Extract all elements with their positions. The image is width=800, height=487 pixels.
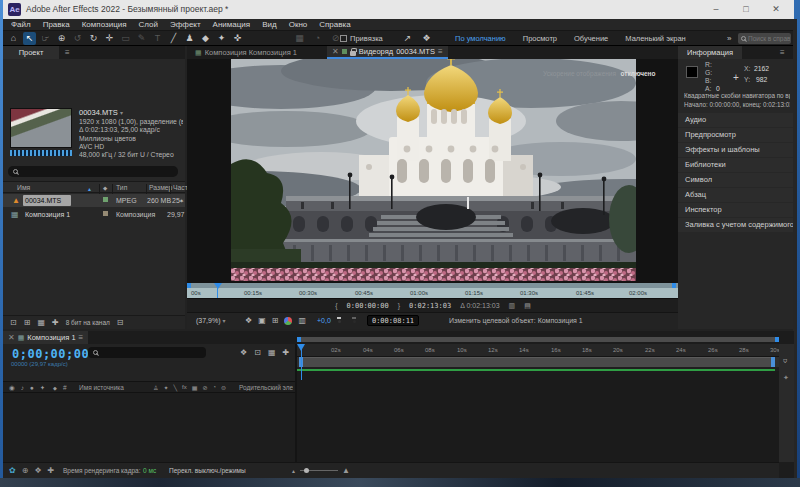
sort-ascending-icon[interactable]: ▲: [87, 186, 92, 192]
grid-toggle[interactable]: ↗: [401, 32, 414, 45]
tab-footage-viewer[interactable]: ✕ Видеоряд 00034.MTS ≡: [327, 46, 448, 59]
pan-behind-tool[interactable]: ✛: [103, 32, 116, 45]
tab-timeline-composition[interactable]: ✕ ▦ Композиция 1 ≡: [3, 331, 88, 344]
new-composition-icon[interactable]: ▦: [37, 318, 45, 327]
menu-file[interactable]: Файл: [11, 20, 31, 29]
adjustment-switch[interactable]: ◔: [212, 384, 216, 391]
column-size[interactable]: Размер: [149, 184, 172, 191]
workspace-overflow-button[interactable]: »: [727, 31, 731, 46]
tab-composition-viewer[interactable]: ▦ Композиция Композиция 1: [190, 46, 302, 59]
label-color-swatch[interactable]: [103, 211, 108, 216]
eraser-tool[interactable]: ◆: [199, 32, 212, 45]
draft-3d-button[interactable]: ⊡: [254, 348, 261, 357]
close-icon[interactable]: ✕: [8, 333, 15, 342]
zoom-slider-handle[interactable]: [304, 468, 309, 473]
table-row-composition[interactable]: ▦ Композиция 1 Композиция 29,97: [3, 208, 185, 221]
menu-window[interactable]: Окно: [289, 20, 308, 29]
hand-tool[interactable]: ☞: [39, 32, 52, 45]
maximize-button[interactable]: □: [731, 0, 761, 19]
close-button[interactable]: ✕: [761, 0, 791, 19]
menu-help[interactable]: Справка: [319, 20, 350, 29]
shy-switch[interactable]: ♙: [153, 384, 158, 391]
type-tool[interactable]: T: [151, 32, 164, 45]
pen-tool[interactable]: ✎: [135, 32, 148, 45]
expand-button[interactable]: ✿: [9, 466, 16, 475]
resolution-icon[interactable]: ▥: [298, 316, 306, 325]
solo-column-icon[interactable]: ●: [30, 384, 34, 392]
collapse-switch[interactable]: ✦: [163, 384, 168, 391]
menu-view[interactable]: Вид: [262, 20, 276, 29]
mask-toggle-button[interactable]: ◔: [311, 32, 324, 45]
minimize-button[interactable]: –: [701, 0, 731, 19]
parent-column[interactable]: Родительский элемент ...: [239, 384, 293, 391]
lock-icon[interactable]: [350, 51, 356, 56]
overlay-edit-icon[interactable]: ▤: [524, 302, 531, 310]
guides-toggle[interactable]: ❖: [420, 32, 433, 45]
shared-view-button[interactable]: ▦: [293, 32, 306, 45]
live-update-button[interactable]: ⊕: [22, 466, 29, 475]
column-type[interactable]: Тип: [116, 184, 127, 191]
label-color-swatch[interactable]: [103, 197, 108, 202]
brush-tool[interactable]: ╱: [167, 32, 180, 45]
comp-mini-flowchart-button[interactable]: ❖: [240, 348, 247, 357]
toggle-switches-modes-button[interactable]: Перекл. выключ./режимы: [169, 467, 246, 474]
workspace-review[interactable]: Просмотр: [523, 34, 557, 43]
snap-checkbox[interactable]: [340, 35, 347, 42]
interpret-footage-icon[interactable]: ⊡: [10, 318, 17, 327]
ripple-insert-icon[interactable]: ▥: [509, 302, 516, 310]
source-name-column[interactable]: Имя источника: [79, 384, 124, 391]
project-search-input[interactable]: [21, 168, 171, 175]
frame-blend-switch[interactable]: ▦: [192, 384, 198, 391]
safe-zones-icon[interactable]: ❖: [245, 316, 252, 325]
new-folder-icon[interactable]: ⊞: [24, 318, 31, 327]
puppet-pin-tool[interactable]: ✜: [231, 32, 244, 45]
magnification-dropdown[interactable]: (37,9%) ▾: [196, 317, 225, 324]
menu-edit[interactable]: Правка: [43, 20, 70, 29]
chevron-down-icon[interactable]: ▾: [120, 110, 123, 116]
in-point-time[interactable]: 0:00:00:00: [347, 302, 389, 310]
panel-character[interactable]: Символ: [678, 173, 793, 187]
motion-blur-switch[interactable]: ⊘: [202, 384, 207, 391]
help-search-box[interactable]: [738, 33, 791, 44]
close-icon[interactable]: ✕: [332, 47, 339, 56]
table-row-footage[interactable]: ▲ 00034.MTS MPEG 260 MB 25 ✶: [3, 194, 185, 207]
menu-effect[interactable]: Эффект: [170, 20, 201, 29]
exposure-control[interactable]: +0,0: [317, 317, 331, 324]
workspace-small-screen[interactable]: Маленький экран: [625, 34, 685, 43]
zoom-in-mountain-icon[interactable]: ▲: [342, 466, 350, 475]
comp-marker-icon[interactable]: ⌂: [783, 358, 787, 365]
edit-target-label[interactable]: Изменить целевой объект: Композиция 1: [449, 317, 583, 324]
out-bracket[interactable]: }: [398, 302, 400, 309]
layer-list-empty[interactable]: [3, 393, 295, 462]
panel-content-aware-fill[interactable]: Заливка с учетом содержимого: [678, 218, 793, 232]
workspace-learn[interactable]: Обучение: [574, 34, 608, 43]
timeline-search-box[interactable]: [88, 347, 206, 358]
comp-button-icon[interactable]: ✦: [783, 374, 789, 382]
zoom-out-mountain-icon[interactable]: ▲: [291, 468, 296, 474]
label-column-icon[interactable]: ◆: [53, 385, 57, 391]
panel-effects-presets[interactable]: Эффекты и шаблоны: [678, 143, 793, 157]
roto-brush-tool[interactable]: ✦: [215, 32, 228, 45]
menu-animation[interactable]: Анимация: [213, 20, 251, 29]
panel-libraries[interactable]: Библиотеки: [678, 158, 793, 172]
quality-switch[interactable]: ╲: [173, 384, 177, 391]
current-time-display[interactable]: 0;00;00;00: [12, 347, 89, 361]
color-depth-button[interactable]: 8 бит на канал: [66, 319, 110, 326]
track-area-empty[interactable]: [297, 371, 779, 462]
viewer-stage[interactable]: Ускорение отображения отключено: [187, 59, 679, 283]
home-button[interactable]: ⌂: [7, 32, 20, 45]
work-area-bar[interactable]: [297, 357, 779, 367]
audio-column-icon[interactable]: ♪: [21, 384, 24, 392]
adjustment-icon[interactable]: ✚: [52, 318, 59, 327]
timeline-ruler[interactable]: 02s04s06s08s10s12s14s16s18s20s22s24s26s2…: [297, 344, 779, 357]
frame-blending-button[interactable]: ▦: [268, 348, 276, 357]
project-search-box[interactable]: [8, 166, 178, 177]
in-bracket[interactable]: {: [335, 302, 337, 309]
menu-composition[interactable]: Композиция: [82, 20, 127, 29]
snap-control[interactable]: Привязка: [340, 31, 383, 46]
playhead-icon[interactable]: [214, 283, 222, 293]
footage-time-ruler[interactable]: 00s00:15s00:30s00:45s01:00s01:15s01:30s0…: [187, 288, 679, 298]
panel-menu-icon[interactable]: ≡: [438, 47, 443, 56]
orbit-camera-tool[interactable]: ↺: [71, 32, 84, 45]
trash-icon[interactable]: ⊟: [117, 318, 124, 327]
